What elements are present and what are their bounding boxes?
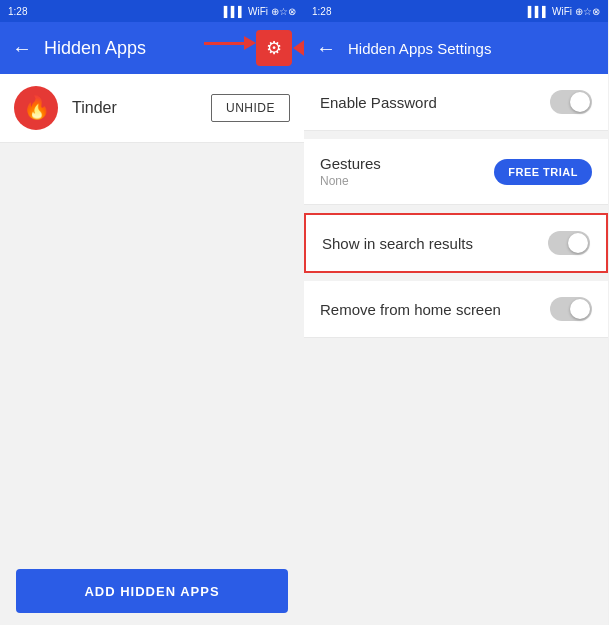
add-hidden-apps-button[interactable]: ADD HIDDEN APPS [16,569,288,613]
gestures-label: Gestures [320,155,494,172]
right-panel-title: Hidden Apps Settings [348,40,596,57]
gap-3 [304,273,608,281]
misc-icons-left: ⊕☆⊗ [271,6,296,17]
unhide-button[interactable]: UNHIDE [211,94,290,122]
show-search-toggle[interactable] [548,231,590,255]
tinder-icon: 🔥 [14,86,58,130]
right-header: ← Hidden Apps Settings [304,22,608,74]
wifi-icon: WiFi [248,6,268,17]
left-header: ← Hidden Apps ⚙ [0,22,304,74]
show-search-label: Show in search results [322,235,548,252]
gestures-row: Gestures None FREE TRIAL [304,139,608,205]
remove-home-label: Remove from home screen [320,301,550,318]
status-icons-right: ▌▌▌ WiFi ⊕☆⊗ [528,6,600,17]
back-button-right[interactable]: ← [316,37,336,60]
left-panel: 1:28 ▌▌▌ WiFi ⊕☆⊗ ← Hidden Apps ⚙ 🔥 Tind… [0,0,304,625]
status-time-right: 1:28 [312,6,331,17]
free-trial-badge[interactable]: FREE TRIAL [494,159,592,185]
arrow-line [204,42,244,45]
signal-icon-right: ▌▌▌ [528,6,549,17]
gestures-sublabel: None [320,174,494,188]
time-left: 1:28 [8,6,27,17]
wifi-icon-right: WiFi [552,6,572,17]
enable-password-row: Enable Password [304,74,608,131]
remove-home-text: Remove from home screen [320,301,550,318]
gap-2 [304,205,608,213]
status-bar-right: 1:28 ▌▌▌ WiFi ⊕☆⊗ [304,0,608,22]
tinder-flame: 🔥 [23,95,50,121]
signal-icon: ▌▌▌ [224,6,245,17]
app-list-item: 🔥 Tinder UNHIDE [0,74,304,143]
app-name-tinder: Tinder [72,99,197,117]
time-right: 1:28 [312,6,331,17]
status-icons-left: ▌▌▌ WiFi ⊕☆⊗ [224,6,296,17]
status-bar-left: 1:28 ▌▌▌ WiFi ⊕☆⊗ [0,0,304,22]
show-search-text: Show in search results [322,235,548,252]
enable-password-label: Enable Password [320,94,550,111]
right-panel: 1:28 ▌▌▌ WiFi ⊕☆⊗ ← Hidden Apps Settings… [304,0,608,625]
remove-home-toggle[interactable] [550,297,592,321]
gestures-text: Gestures None [320,155,494,188]
show-search-results-row: Show in search results [304,213,608,273]
gap-1 [304,131,608,139]
misc-icons-right: ⊕☆⊗ [575,6,600,17]
remove-home-row: Remove from home screen [304,281,608,338]
gear-icon: ⚙ [266,37,282,59]
status-time-left: 1:28 [8,6,27,17]
back-button-left[interactable]: ← [12,37,32,60]
arrow-head [244,36,256,50]
red-arrow-indicator [204,36,256,50]
bottom-bar: ADD HIDDEN APPS [0,557,304,625]
enable-password-toggle[interactable] [550,90,592,114]
enable-password-text: Enable Password [320,94,550,111]
settings-button[interactable]: ⚙ [256,30,292,66]
